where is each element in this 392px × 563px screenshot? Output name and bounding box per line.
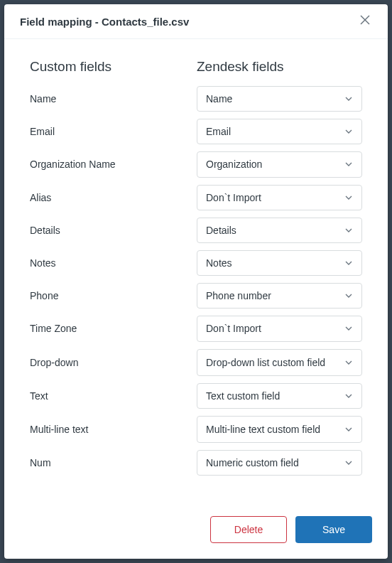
field-select-details[interactable]: Details [197, 218, 362, 243]
close-button[interactable] [358, 14, 372, 28]
mapping-row: Text Text custom field [30, 383, 362, 409]
field-select-alias[interactable]: Don`t Import [197, 185, 362, 210]
zendesk-fields-header: Zendesk fields [197, 59, 362, 75]
chevron-down-icon [344, 459, 353, 467]
mapping-row: Time Zone Don`t Import [30, 316, 362, 341]
chevron-down-icon [344, 226, 353, 235]
chevron-down-icon [344, 291, 353, 300]
mapping-row: Details Details [30, 218, 362, 243]
field-label: Name [30, 93, 197, 104]
field-label: Alias [30, 192, 197, 203]
select-value: Text custom field [206, 390, 280, 402]
field-select-name[interactable]: Name [197, 86, 362, 112]
field-label: Time Zone [30, 323, 197, 334]
field-label: Multi-line text [30, 424, 197, 435]
field-label: Notes [30, 257, 197, 269]
field-select-dropdown[interactable]: Drop-down list custom field [197, 349, 362, 376]
select-value: Don`t Import [206, 191, 261, 204]
delete-button[interactable]: Delete [210, 516, 287, 543]
mapping-row: Drop-down Drop-down list custom field [30, 349, 362, 376]
field-select-multiline[interactable]: Multi-line text custom field [197, 416, 362, 443]
field-label: Email [30, 126, 197, 137]
chevron-down-icon [344, 95, 353, 103]
chevron-down-icon [344, 358, 353, 367]
mapping-row: Num Numeric custom field [30, 450, 362, 476]
select-value: Name [206, 92, 232, 105]
chevron-down-icon [344, 160, 353, 168]
select-value: Details [206, 224, 236, 237]
chevron-down-icon [344, 392, 353, 400]
mapping-row: Name Name [30, 86, 362, 112]
modal-header: Field mapping - Contacts_file.csv [4, 4, 388, 39]
mapping-row: Organization Name Organization [30, 151, 362, 177]
field-select-timezone[interactable]: Don`t Import [197, 316, 362, 341]
mapping-row: Email Email [30, 119, 362, 144]
modal-footer: Delete Save [4, 503, 388, 559]
columns-header: Custom fields Zendesk fields [30, 59, 362, 75]
mapping-row: Notes Notes [30, 250, 362, 276]
select-value: Don`t Import [206, 322, 261, 335]
chevron-down-icon [344, 324, 353, 333]
field-select-notes[interactable]: Notes [197, 250, 362, 276]
mapping-row: Alias Don`t Import [30, 185, 362, 210]
select-value: Drop-down list custom field [206, 356, 325, 369]
field-select-organization[interactable]: Organization [197, 151, 362, 177]
close-icon [360, 15, 370, 28]
select-value: Notes [206, 257, 232, 269]
field-select-phone[interactable]: Phone number [197, 283, 362, 309]
select-value: Organization [206, 158, 262, 171]
field-label: Drop-down [30, 357, 197, 368]
field-label: Details [30, 225, 197, 236]
mapping-row: Multi-line text Multi-line text custom f… [30, 416, 362, 443]
chevron-down-icon [344, 259, 353, 267]
select-value: Numeric custom field [206, 456, 299, 469]
modal-body[interactable]: Custom fields Zendesk fields Name Name E… [4, 39, 388, 503]
custom-fields-header: Custom fields [30, 59, 197, 75]
field-select-email[interactable]: Email [197, 119, 362, 144]
field-label: Organization Name [30, 159, 197, 170]
field-mapping-modal: Field mapping - Contacts_file.csv Custom… [4, 4, 388, 559]
select-value: Email [206, 125, 231, 138]
field-select-text[interactable]: Text custom field [197, 383, 362, 409]
save-button[interactable]: Save [295, 516, 372, 543]
field-label: Num [30, 457, 197, 468]
select-value: Multi-line text custom field [206, 423, 320, 436]
chevron-down-icon [344, 193, 353, 202]
select-value: Phone number [206, 289, 271, 302]
field-label: Text [30, 390, 197, 402]
chevron-down-icon [344, 127, 353, 136]
field-select-num[interactable]: Numeric custom field [197, 450, 362, 476]
mapping-row: Phone Phone number [30, 283, 362, 309]
modal-title: Field mapping - Contacts_file.csv [20, 16, 189, 28]
field-label: Phone [30, 290, 197, 301]
chevron-down-icon [344, 425, 353, 434]
